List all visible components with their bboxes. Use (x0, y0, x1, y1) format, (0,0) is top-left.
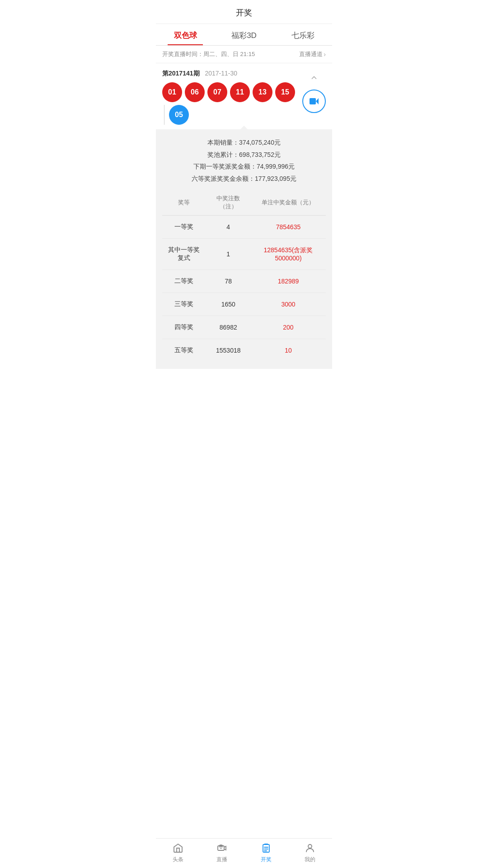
prize-count: 1650 (206, 293, 251, 316)
page-title: 开奖 (236, 8, 252, 17)
home-icon (172, 842, 184, 854)
bottom-nav: 头条 直播 开奖 (156, 838, 332, 868)
red-ball-5: 13 (253, 82, 272, 102)
svg-marker-1 (316, 98, 319, 104)
red-ball-4: 11 (230, 82, 250, 102)
table-row: 一等奖47854635 (162, 216, 326, 239)
nav-zhibo-label: 直播 (216, 856, 227, 863)
tab-bar: 双色球 福彩3D 七乐彩 (156, 24, 332, 46)
tab-fucai3d[interactable]: 福彩3D (215, 24, 273, 45)
table-row: 五等奖155301810 (162, 339, 326, 362)
nav-toutiao-label: 头条 (173, 856, 183, 863)
prize-count: 78 (206, 270, 251, 293)
broadcast-schedule: 开奖直播时间：周二、四、日 21:15 (162, 50, 255, 58)
period-number: 第2017141期 (162, 70, 200, 77)
prize-name: 一等奖 (162, 216, 206, 239)
tab-shuangseqiu[interactable]: 双色球 (156, 24, 215, 45)
prize-amount: 3000 (251, 293, 326, 316)
nav-kaijang-label: 开奖 (261, 856, 272, 863)
nav-zhibo[interactable]: 直播 (200, 839, 244, 868)
red-ball-1: 01 (162, 82, 182, 102)
broadcast-link[interactable]: 直播通道 › (299, 50, 326, 58)
table-row: 三等奖16503000 (162, 293, 326, 316)
details-panel: 本期销量：374,075,240元 奖池累计：698,733,752元 下期一等… (156, 129, 332, 369)
prize-name: 四等奖 (162, 316, 206, 339)
sales-line-2: 奖池累计：698,733,752元 (162, 149, 326, 161)
prize-amount: 12854635(含派奖5000000) (251, 239, 326, 270)
sales-line-3: 下期一等奖派奖金额：74,999,996元 (162, 160, 326, 173)
balls-row: 01 06 07 11 13 15 05 (162, 82, 298, 125)
prize-count: 4 (206, 216, 251, 239)
clipboard-icon (260, 842, 272, 854)
blue-ball: 05 (169, 105, 189, 125)
draw-period: 第2017141期 2017-11-30 (162, 70, 298, 78)
table-row: 其中一等奖复式112854635(含派奖5000000) (162, 239, 326, 270)
sales-info: 本期销量：374,075,240元 奖池累计：698,733,752元 下期一等… (162, 137, 326, 184)
svg-point-3 (221, 848, 222, 849)
col-header-count: 中奖注数（注） (206, 190, 251, 216)
page-header: 开奖 (156, 0, 332, 24)
prize-amount: 7854635 (251, 216, 326, 239)
draw-section: 第2017141期 2017-11-30 01 06 07 11 13 15 0… (156, 63, 332, 125)
col-header-prize: 奖等 (162, 190, 206, 216)
prize-table: 奖等 中奖注数（注） 单注中奖金额（元） 一等奖47854635其中一等奖复式1… (162, 190, 326, 362)
prize-amount: 200 (251, 316, 326, 339)
prize-name: 二等奖 (162, 270, 206, 293)
red-ball-3: 07 (207, 82, 227, 102)
chevron-right-icon: › (324, 51, 326, 58)
collapse-button[interactable] (306, 70, 322, 86)
period-date: 2017-11-30 (205, 70, 237, 77)
broadcast-bar: 开奖直播时间：周二、四、日 21:15 直播通道 › (156, 46, 332, 63)
prize-amount: 10 (251, 339, 326, 362)
prize-count: 1 (206, 239, 251, 270)
nav-kaijang[interactable]: 开奖 (244, 839, 288, 868)
prize-name: 其中一等奖复式 (162, 239, 206, 270)
prize-name: 三等奖 (162, 293, 206, 316)
prize-amount: 182989 (251, 270, 326, 293)
svg-rect-0 (310, 98, 316, 104)
tab-qilecai[interactable]: 七乐彩 (273, 24, 332, 45)
draw-info: 第2017141期 2017-11-30 01 06 07 11 13 15 0… (162, 70, 298, 125)
video-button[interactable] (302, 90, 326, 113)
table-row: 二等奖78182989 (162, 270, 326, 293)
nav-toutiao[interactable]: 头条 (156, 839, 200, 868)
red-ball-6: 15 (275, 82, 295, 102)
sales-line-1: 本期销量：374,075,240元 (162, 137, 326, 149)
user-icon (304, 842, 316, 854)
ball-divider (164, 105, 164, 125)
red-ball-2: 06 (185, 82, 205, 102)
nav-wode[interactable]: 我的 (288, 839, 333, 868)
broadcast-icon (216, 842, 228, 854)
prize-count: 1553018 (206, 339, 251, 362)
table-row: 四等奖86982200 (162, 316, 326, 339)
draw-controls (302, 70, 326, 113)
prize-name: 五等奖 (162, 339, 206, 362)
prize-count: 86982 (206, 316, 251, 339)
svg-point-8 (308, 844, 312, 848)
sales-line-4: 六等奖派奖奖金余额：177,923,095元 (162, 173, 326, 185)
nav-wode-label: 我的 (305, 856, 315, 863)
col-header-amount: 单注中奖金额（元） (251, 190, 326, 216)
